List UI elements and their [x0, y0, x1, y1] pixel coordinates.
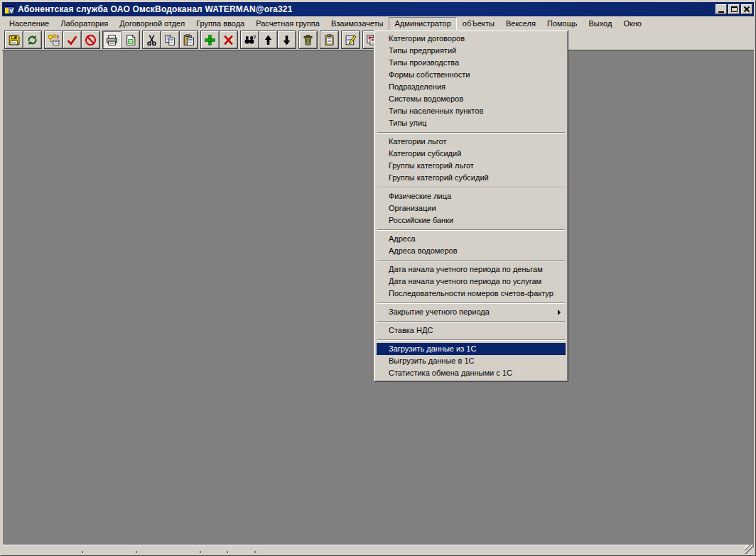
cancel-icon — [85, 34, 97, 46]
query-button[interactable]: ? — [45, 31, 63, 48]
minimize-icon — [718, 11, 724, 13]
submenu-arrow-icon — [558, 310, 561, 315]
menu-item-adresa[interactable]: Адреса — [377, 233, 566, 245]
close-icon — [744, 6, 750, 12]
menu-item-vygruzit-dannye-v-1c[interactable]: Выгрузить данные в 1С — [377, 355, 566, 367]
svg-text:?: ? — [56, 34, 60, 40]
apply-check-icon — [66, 34, 78, 46]
menu-vykhod[interactable]: Выход — [583, 17, 617, 31]
add-row-button[interactable] — [201, 31, 219, 48]
cancel-button[interactable] — [82, 31, 99, 48]
titlebar[interactable]: Абонентская служба ОАО ОмскВодоканал WAT… — [2, 2, 754, 16]
trash-button[interactable] — [299, 31, 317, 48]
menubar: Население Лаборатория Договорной отдел Г… — [2, 16, 754, 31]
menu-item-tipy-proizvodstva[interactable]: Типы производства — [377, 57, 566, 69]
menu-item-fizicheskie-litsa[interactable]: Физические лица — [377, 190, 566, 202]
menu-vzaimozachety[interactable]: Взаимозачеты — [325, 17, 389, 31]
menu-item-sistemy-vodomerov[interactable]: Системы водомеров — [377, 93, 566, 105]
menu-item-zagruzit-dannye-iz-1c[interactable]: Загрузить данные из 1С — [377, 343, 566, 355]
menu-item-tipy-predpriyatiy[interactable]: Типы предприятий — [377, 45, 566, 57]
menu-item-statistika-obmena-1c[interactable]: Статистика обмена данными с 1С — [377, 367, 566, 379]
find-icon: ? — [244, 34, 256, 46]
paste-button[interactable] — [180, 31, 198, 48]
menu-separator — [377, 187, 565, 188]
resize-grip[interactable] — [745, 545, 754, 554]
menu-administrator[interactable]: Администратор — [389, 17, 456, 31]
menu-item-kategorii-lgot[interactable]: Категории льгот — [377, 136, 566, 148]
menu-item-organizatsii[interactable]: Организации — [377, 202, 566, 214]
menu-item-data-nachala-uslugam[interactable]: Дата начала учетного периода по услугам — [377, 276, 566, 288]
maximize-button[interactable] — [728, 4, 740, 14]
menu-item-tipy-naselennykh-punktov[interactable]: Типы населенных пунктов — [377, 105, 566, 117]
cut-icon — [146, 34, 158, 46]
export-excel-icon — [124, 34, 136, 46]
copy-icon — [164, 34, 176, 46]
menu-obekty[interactable]: обЪекты — [457, 17, 500, 31]
menu-gruppa-vvoda[interactable]: Группа ввода — [190, 17, 250, 31]
menu-item-gruppy-kategoriy-subsidiy[interactable]: Группы категорий субсидий — [377, 172, 566, 184]
refresh-icon — [26, 34, 38, 46]
minimize-button[interactable] — [716, 4, 727, 14]
menu-separator — [377, 260, 565, 261]
move-down-icon — [281, 34, 293, 46]
menu-item-kategorii-subsidiy[interactable]: Категории субсидий — [377, 148, 566, 160]
menu-item-label: Закрытие учетного периода — [389, 307, 490, 316]
menu-item-formy-sobstvennosti[interactable]: Формы собственности — [377, 69, 566, 81]
move-up-button[interactable] — [259, 31, 277, 48]
application-icon[interactable] — [4, 4, 15, 15]
menu-item-gruppy-kategoriy-lgot[interactable]: Группы категорий льгот — [377, 160, 566, 172]
statusbar-divider — [227, 551, 228, 553]
menu-item-kategorii-dogovorov[interactable]: Категории договоров — [377, 33, 566, 45]
menu-raschetnaya-gruppa[interactable]: Расчетная группа — [250, 17, 325, 31]
find-button[interactable]: ? — [241, 31, 259, 48]
menu-separator — [377, 302, 565, 304]
menu-item-zakrytie-uchetnogo-perioda[interactable]: Закрытие учетного периода — [377, 306, 566, 318]
menu-okno[interactable]: Окно — [617, 17, 647, 31]
menu-separator — [377, 229, 565, 231]
menu-separator — [377, 339, 565, 341]
menu-item-podrazdeleniya[interactable]: Подразделения — [377, 81, 566, 93]
save-icon — [8, 34, 20, 46]
move-down-button[interactable] — [278, 31, 296, 48]
cut-button[interactable] — [143, 31, 161, 48]
query-icon: ? — [48, 34, 60, 46]
administrator-menu-popup: Категории договоров Типы предприятий Тип… — [374, 30, 568, 382]
statusbar-divider — [254, 551, 256, 553]
print-icon — [106, 34, 118, 46]
delete-row-button[interactable] — [220, 31, 237, 48]
trash-icon — [302, 34, 314, 46]
menu-laboratoriya[interactable]: Лаборатория — [55, 17, 114, 31]
clipboard-icon — [323, 34, 335, 46]
clipboard-button[interactable] — [320, 31, 338, 48]
menu-item-data-nachala-dengam[interactable]: Дата начала учетного периода по деньгам — [377, 263, 566, 276]
refresh-button[interactable] — [23, 31, 41, 48]
menu-vekselya[interactable]: Векселя — [500, 17, 541, 31]
maximize-icon — [731, 6, 738, 12]
menu-pomosch[interactable]: Помощь — [541, 17, 583, 31]
save-button[interactable] — [5, 31, 23, 48]
menu-dogovornoy-otdel[interactable]: Договорной отдел — [114, 17, 190, 31]
statusbar — [2, 545, 754, 554]
delete-row-icon — [222, 34, 234, 46]
statusbar-divider — [82, 551, 83, 553]
print-button[interactable] — [103, 31, 121, 48]
edit-note-icon — [345, 34, 357, 46]
menu-separator — [377, 132, 565, 133]
export-excel-button[interactable] — [122, 31, 139, 48]
menu-item-rossiyskie-banki[interactable]: Российские банки — [377, 214, 566, 227]
menu-item-posledovatelnosti-nomerov[interactable]: Последовательности номеров счетов-фактур — [377, 288, 566, 300]
copy-button[interactable] — [161, 31, 179, 48]
menu-item-stavka-nds[interactable]: Ставка НДС — [377, 325, 566, 337]
edit-note-button[interactable] — [342, 31, 360, 48]
close-button[interactable] — [741, 4, 752, 14]
menu-item-adresa-vodomerov[interactable]: Адреса водомеров — [377, 245, 566, 257]
menu-naselenie[interactable]: Население — [4, 17, 55, 31]
move-up-icon — [262, 34, 274, 46]
menu-item-tipy-ulits[interactable]: Типы улиц — [377, 117, 566, 129]
menu-separator — [377, 321, 565, 322]
apply-button[interactable] — [63, 31, 81, 48]
add-row-icon — [204, 34, 216, 46]
window-title: Абонентская служба ОАО ОмскВодоканал WAT… — [18, 4, 716, 14]
svg-text:?: ? — [253, 34, 256, 40]
statusbar-divider — [200, 551, 201, 553]
